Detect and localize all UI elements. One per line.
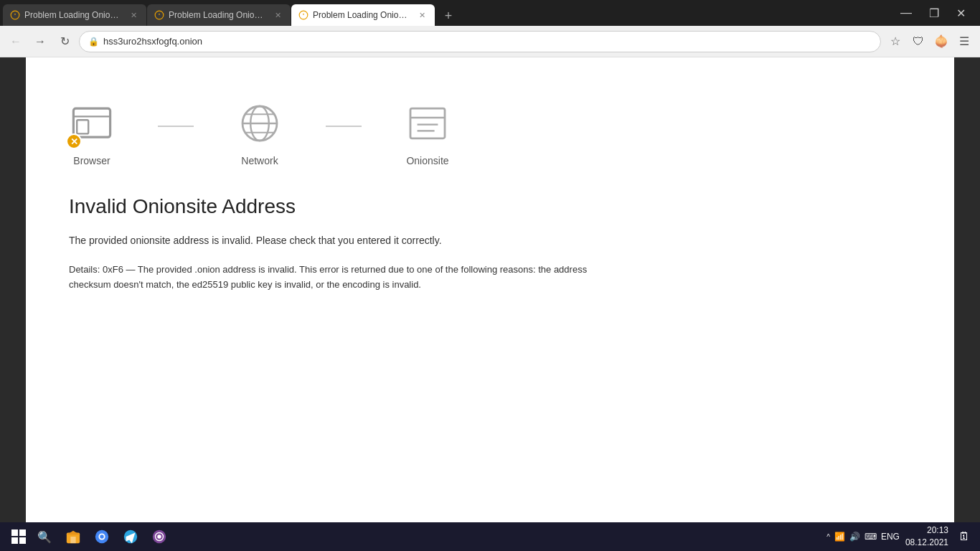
tab-3[interactable]: Problem Loading Onionsite ✕ [291,4,435,26]
network-icon [237,100,283,146]
svg-rect-9 [73,108,110,137]
start-button[interactable] [6,524,32,550]
tab-close-2[interactable]: ✕ [272,9,283,21]
clock-time: 20:13 [905,524,948,537]
tab-1[interactable]: Problem Loading Onionsite ✕ [3,4,146,26]
menu-button[interactable]: ☰ [954,32,974,52]
browser-label: Browser [73,155,110,166]
svg-rect-26 [70,537,75,543]
svg-rect-24 [19,537,26,544]
forward-button[interactable]: → [30,32,50,52]
taskbar-tor-button[interactable] [146,524,172,550]
audio-tray-icon: 🔊 [849,532,860,542]
maximize-button[interactable]: ❐ [923,4,945,23]
taskbar-files-button[interactable] [60,524,86,550]
svg-point-29 [100,534,104,539]
tabs-container: Problem Loading Onionsite ✕ Problem Load… [3,0,895,26]
system-tray: ^ 📶 🔊 ⌨ ENG [826,532,900,542]
tab-title-3: Problem Loading Onionsite [313,10,412,20]
network-tray-icon: 📶 [834,532,845,542]
files-icon [65,529,81,545]
tab-warning-icon-3 [298,10,308,20]
tab-close-3[interactable]: ✕ [416,9,428,21]
shield-button[interactable]: 🛡 [908,32,928,52]
network-label: Network [241,155,278,166]
taskbar-telegram-button[interactable] [118,524,143,550]
network-icon-item: Network [237,100,283,166]
language-indicator: ENG [881,532,900,542]
keyboard-tray-icon: ⌨ [864,532,877,542]
taskbar: 🔍 [0,522,980,551]
taskbar-search-button[interactable]: 🔍 [32,524,57,550]
tab-title-2: Problem Loading Onionsite [169,10,268,20]
tab-title-1: Problem Loading Onionsite [24,10,123,20]
tray-arrow[interactable]: ^ [826,533,830,541]
error-details: Details: 0xF6 — The provided .onion addr… [69,263,614,293]
title-bar: Problem Loading Onionsite ✕ Problem Load… [0,0,980,26]
svg-rect-11 [77,120,88,133]
minimize-button[interactable]: — [895,4,918,22]
back-button[interactable]: ← [6,32,26,52]
address-bar[interactable]: 🔒 hss3uro2hsxfogfq.onion [79,31,881,52]
taskbar-right: ^ 📶 🔊 ⌨ ENG 20:13 08.12.2021 🗓 [826,524,974,549]
telegram-icon [123,529,138,545]
new-tab-button[interactable]: + [438,6,458,26]
tab-warning-icon-1 [10,10,20,20]
error-description: The provided onionsite address is invali… [69,232,614,248]
url-text: hss3uro2hsxfogfq.onion [103,36,872,47]
onionsite-label: Onionsite [406,155,448,166]
onion-button[interactable]: 🧅 [931,32,951,52]
taskbar-clock: 20:13 08.12.2021 [905,524,948,549]
nav-right-buttons: ☆ 🛡 🧅 ☰ [885,32,974,52]
taskbar-apps [60,524,172,550]
chrome-icon [94,529,110,545]
connector-1 [158,126,194,127]
onionsite-icon-item: Onionsite [405,100,451,166]
error-title: Invalid Onionsite Address [69,195,911,218]
windows-icon [11,529,26,544]
svg-point-33 [157,534,161,539]
page-content: ✕ Browser Network [26,57,954,551]
tab-2[interactable]: Problem Loading Onionsite ✕ [147,4,291,26]
taskbar-chrome-button[interactable] [89,524,115,550]
tor-icon [151,529,167,545]
browser-window: Problem Loading Onionsite ✕ Problem Load… [0,0,980,551]
onionsite-icon [405,100,451,146]
svg-rect-23 [11,537,18,544]
security-icon: 🔒 [88,37,99,47]
error-badge: ✕ [66,133,82,149]
close-button[interactable]: ✕ [951,4,971,23]
svg-rect-17 [410,108,445,138]
browser-icon-container: ✕ [69,100,115,146]
notification-button[interactable]: 🗓 [954,527,974,547]
svg-rect-22 [19,529,26,536]
connector-2 [326,126,362,127]
tab-warning-icon-2 [154,10,164,20]
svg-rect-21 [11,529,18,536]
window-controls: — ❐ ✕ [895,4,977,23]
nav-bar: ← → ↻ 🔒 hss3uro2hsxfogfq.onion ☆ 🛡 🧅 ☰ [0,26,980,57]
bookmark-button[interactable]: ☆ [885,32,905,52]
browser-icon-item: ✕ Browser [69,100,115,166]
reload-button[interactable]: ↻ [55,32,75,52]
tab-close-1[interactable]: ✕ [128,9,139,21]
error-icons-row: ✕ Browser Network [69,100,911,166]
clock-date: 08.12.2021 [905,537,948,549]
